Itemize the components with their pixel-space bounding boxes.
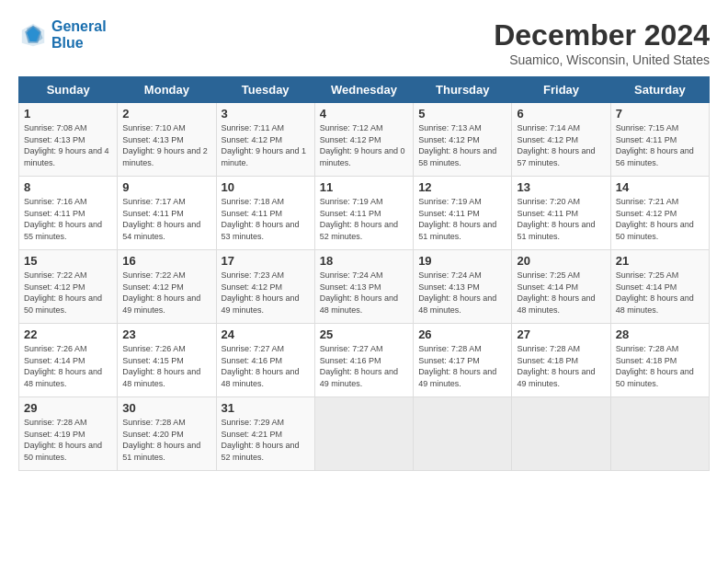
- day-detail: Sunrise: 7:24 AMSunset: 4:13 PMDaylight:…: [418, 270, 496, 315]
- calendar-cell: 17 Sunrise: 7:23 AMSunset: 4:12 PMDaylig…: [216, 250, 314, 324]
- calendar-cell: 4 Sunrise: 7:12 AMSunset: 4:12 PMDayligh…: [314, 103, 413, 177]
- calendar-cell: 2 Sunrise: 7:10 AMSunset: 4:13 PMDayligh…: [118, 103, 216, 177]
- subtitle: Suamico, Wisconsin, United States: [494, 52, 710, 67]
- day-number: 25: [320, 327, 408, 341]
- day-number: 31: [222, 401, 310, 415]
- day-number: 2: [122, 107, 210, 121]
- day-detail: Sunrise: 7:22 AMSunset: 4:12 PMDaylight:…: [24, 270, 102, 315]
- calendar-row: 8 Sunrise: 7:16 AMSunset: 4:11 PMDayligh…: [19, 177, 710, 250]
- calendar-table: SundayMondayTuesdayWednesdayThursdayFrid…: [18, 76, 710, 471]
- calendar-row: 15 Sunrise: 7:22 AMSunset: 4:12 PMDaylig…: [19, 250, 710, 324]
- day-detail: Sunrise: 7:19 AMSunset: 4:11 PMDaylight:…: [320, 197, 398, 241]
- day-number: 6: [517, 107, 605, 121]
- calendar-cell: 8 Sunrise: 7:16 AMSunset: 4:11 PMDayligh…: [19, 177, 118, 250]
- day-number: 14: [616, 180, 704, 194]
- calendar-cell: 26 Sunrise: 7:28 AMSunset: 4:17 PMDaylig…: [414, 324, 512, 397]
- day-detail: Sunrise: 7:26 AMSunset: 4:14 PMDaylight:…: [24, 344, 102, 388]
- day-number: 5: [418, 107, 506, 121]
- calendar-cell: 21 Sunrise: 7:25 AMSunset: 4:14 PMDaylig…: [610, 250, 709, 324]
- day-detail: Sunrise: 7:21 AMSunset: 4:12 PMDaylight:…: [616, 197, 694, 241]
- weekday-header: Monday: [118, 77, 216, 103]
- calendar-cell: 14 Sunrise: 7:21 AMSunset: 4:12 PMDaylig…: [610, 177, 709, 250]
- day-number: 3: [222, 107, 310, 121]
- main-title: December 2024: [494, 18, 710, 52]
- calendar-cell: 23 Sunrise: 7:26 AMSunset: 4:15 PMDaylig…: [118, 324, 216, 397]
- day-number: 28: [616, 327, 704, 341]
- day-detail: Sunrise: 7:28 AMSunset: 4:18 PMDaylight:…: [517, 344, 595, 388]
- calendar-cell: 16 Sunrise: 7:22 AMSunset: 4:12 PMDaylig…: [118, 250, 216, 324]
- logo-icon: [18, 22, 48, 48]
- day-detail: Sunrise: 7:10 AMSunset: 4:13 PMDaylight:…: [122, 123, 208, 167]
- day-detail: Sunrise: 7:23 AMSunset: 4:12 PMDaylight:…: [222, 270, 300, 315]
- calendar-header: SundayMondayTuesdayWednesdayThursdayFrid…: [19, 77, 710, 103]
- calendar-cell: 20 Sunrise: 7:25 AMSunset: 4:14 PMDaylig…: [512, 250, 610, 324]
- day-number: 1: [24, 107, 112, 121]
- calendar-cell: [414, 397, 512, 471]
- day-number: 17: [222, 254, 310, 268]
- day-detail: Sunrise: 7:28 AMSunset: 4:19 PMDaylight:…: [24, 418, 102, 462]
- day-number: 15: [24, 254, 112, 268]
- day-detail: Sunrise: 7:29 AMSunset: 4:21 PMDaylight:…: [222, 418, 300, 462]
- logo-text: General Blue: [51, 18, 107, 52]
- calendar-cell: 29 Sunrise: 7:28 AMSunset: 4:19 PMDaylig…: [19, 397, 118, 471]
- calendar-cell: 7 Sunrise: 7:15 AMSunset: 4:11 PMDayligh…: [610, 103, 709, 177]
- calendar-cell: 13 Sunrise: 7:20 AMSunset: 4:11 PMDaylig…: [512, 177, 610, 250]
- logo: General Blue: [18, 18, 107, 52]
- page-header: General Blue December 2024 Suamico, Wisc…: [18, 18, 710, 67]
- day-number: 12: [418, 180, 506, 194]
- calendar-cell: 12 Sunrise: 7:19 AMSunset: 4:11 PMDaylig…: [414, 177, 512, 250]
- weekday-header: Saturday: [610, 77, 709, 103]
- day-detail: Sunrise: 7:20 AMSunset: 4:11 PMDaylight:…: [517, 197, 595, 241]
- day-detail: Sunrise: 7:24 AMSunset: 4:13 PMDaylight:…: [320, 270, 398, 315]
- weekday-header: Sunday: [19, 77, 118, 103]
- day-detail: Sunrise: 7:25 AMSunset: 4:14 PMDaylight:…: [616, 270, 694, 315]
- calendar-cell: [610, 397, 709, 471]
- calendar-row: 22 Sunrise: 7:26 AMSunset: 4:14 PMDaylig…: [19, 324, 710, 397]
- day-detail: Sunrise: 7:17 AMSunset: 4:11 PMDaylight:…: [122, 197, 200, 241]
- day-detail: Sunrise: 7:28 AMSunset: 4:17 PMDaylight:…: [418, 344, 496, 388]
- day-detail: Sunrise: 7:15 AMSunset: 4:11 PMDaylight:…: [616, 123, 694, 167]
- day-number: 9: [122, 180, 210, 194]
- calendar-cell: 31 Sunrise: 7:29 AMSunset: 4:21 PMDaylig…: [216, 397, 314, 471]
- calendar-cell: 18 Sunrise: 7:24 AMSunset: 4:13 PMDaylig…: [314, 250, 413, 324]
- weekday-header: Thursday: [414, 77, 512, 103]
- day-number: 4: [320, 107, 408, 121]
- calendar-cell: 6 Sunrise: 7:14 AMSunset: 4:12 PMDayligh…: [512, 103, 610, 177]
- day-number: 26: [418, 327, 506, 341]
- day-number: 13: [517, 180, 605, 194]
- day-number: 24: [222, 327, 310, 341]
- day-number: 19: [418, 254, 506, 268]
- day-detail: Sunrise: 7:25 AMSunset: 4:14 PMDaylight:…: [517, 270, 595, 315]
- day-detail: Sunrise: 7:08 AMSunset: 4:13 PMDaylight:…: [24, 123, 109, 167]
- day-number: 20: [517, 254, 605, 268]
- calendar-cell: 3 Sunrise: 7:11 AMSunset: 4:12 PMDayligh…: [216, 103, 314, 177]
- calendar-cell: 27 Sunrise: 7:28 AMSunset: 4:18 PMDaylig…: [512, 324, 610, 397]
- calendar-cell: 11 Sunrise: 7:19 AMSunset: 4:11 PMDaylig…: [314, 177, 413, 250]
- weekday-header: Wednesday: [314, 77, 413, 103]
- day-detail: Sunrise: 7:16 AMSunset: 4:11 PMDaylight:…: [24, 197, 102, 241]
- day-number: 27: [517, 327, 605, 341]
- day-detail: Sunrise: 7:19 AMSunset: 4:11 PMDaylight:…: [418, 197, 496, 241]
- day-number: 10: [222, 180, 310, 194]
- weekday-header: Friday: [512, 77, 610, 103]
- day-number: 18: [320, 254, 408, 268]
- day-detail: Sunrise: 7:26 AMSunset: 4:15 PMDaylight:…: [122, 344, 200, 388]
- calendar-cell: 5 Sunrise: 7:13 AMSunset: 4:12 PMDayligh…: [414, 103, 512, 177]
- day-detail: Sunrise: 7:11 AMSunset: 4:12 PMDaylight:…: [222, 123, 307, 167]
- day-detail: Sunrise: 7:28 AMSunset: 4:20 PMDaylight:…: [122, 418, 200, 462]
- day-number: 16: [122, 254, 210, 268]
- calendar-cell: 30 Sunrise: 7:28 AMSunset: 4:20 PMDaylig…: [118, 397, 216, 471]
- day-number: 21: [616, 254, 704, 268]
- calendar-cell: 28 Sunrise: 7:28 AMSunset: 4:18 PMDaylig…: [610, 324, 709, 397]
- calendar-cell: 10 Sunrise: 7:18 AMSunset: 4:11 PMDaylig…: [216, 177, 314, 250]
- day-number: 22: [24, 327, 112, 341]
- day-number: 29: [24, 401, 112, 415]
- day-detail: Sunrise: 7:12 AMSunset: 4:12 PMDaylight:…: [320, 123, 405, 167]
- calendar-cell: [314, 397, 413, 471]
- calendar-row: 1 Sunrise: 7:08 AMSunset: 4:13 PMDayligh…: [19, 103, 710, 177]
- calendar-cell: 1 Sunrise: 7:08 AMSunset: 4:13 PMDayligh…: [19, 103, 118, 177]
- day-number: 30: [122, 401, 210, 415]
- day-detail: Sunrise: 7:28 AMSunset: 4:18 PMDaylight:…: [616, 344, 694, 388]
- day-detail: Sunrise: 7:14 AMSunset: 4:12 PMDaylight:…: [517, 123, 595, 167]
- calendar-cell: 25 Sunrise: 7:27 AMSunset: 4:16 PMDaylig…: [314, 324, 413, 397]
